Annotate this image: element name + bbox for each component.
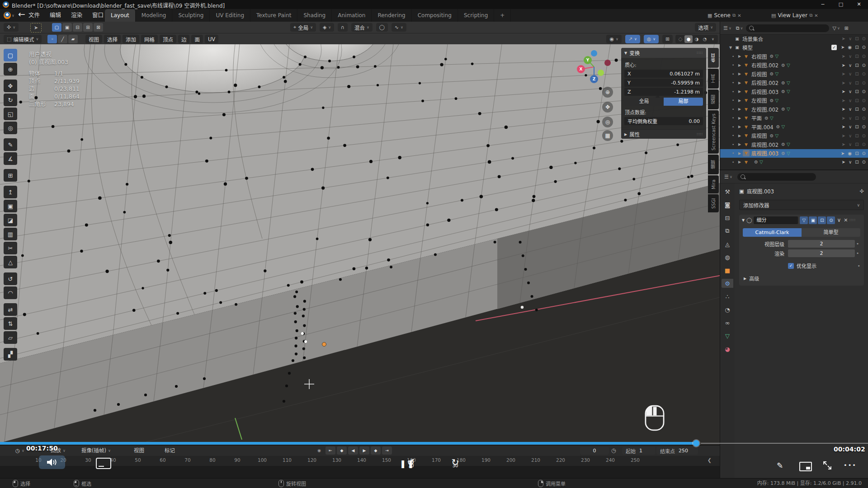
outliner-row-后视图.003[interactable]: •▶▼后视图.003⚙▽➤∨⊡⊙ — [720, 87, 868, 96]
properties-tab-particles[interactable]: ∴ — [722, 292, 733, 301]
outliner-row-右视图[interactable]: •▶▼右视图⚙▽➤∨⊡⊙ — [720, 52, 868, 61]
close-icon[interactable]: ✕ — [844, 217, 848, 223]
bevel-weight-field[interactable]: 平均倒角权重 0.00 — [624, 117, 703, 125]
disable-viewport-icon[interactable]: ⊡ — [855, 80, 859, 85]
hide-chevron-icon[interactable]: ∨ — [849, 89, 852, 94]
outliner-row-partial[interactable]: •▶▼⚙▽➤∨⊡⊙ — [720, 158, 868, 167]
hide-chevron-icon[interactable]: ∨ — [849, 54, 852, 59]
tool-select-box[interactable]: ▢ — [4, 49, 17, 61]
playback-record[interactable]: ◉ — [314, 446, 324, 455]
rendered-shading[interactable]: ◔ — [701, 35, 709, 43]
notes-button[interactable] — [96, 458, 111, 469]
modifier-toggle-edit-mode[interactable]: ▣ — [809, 216, 817, 224]
tool-add-cube[interactable]: ⊞ — [4, 169, 17, 182]
playback-jump-to-start[interactable]: ⇤ — [326, 446, 335, 455]
hide-chevron-icon[interactable]: ∨ — [849, 80, 852, 85]
modifier-toggle-on-cage[interactable]: ▽ — [800, 216, 808, 224]
expand-closed-icon[interactable]: ▶ — [736, 151, 743, 155]
disable-render-icon[interactable]: ⊙ — [862, 45, 866, 50]
disable-viewport-icon[interactable]: ⊡ — [855, 116, 859, 121]
back-button[interactable]: ← — [18, 9, 25, 19]
workspace-tab-Compositing[interactable]: Compositing — [412, 9, 458, 22]
hide-chevron-icon[interactable]: ∨ — [849, 160, 852, 164]
n-panel-tab-SSGI[interactable]: SSGI — [708, 194, 719, 212]
outliner-row-底视图.002[interactable]: •▶▼底视图.002⚙▽➤∨⊡⊙ — [720, 140, 868, 149]
selectable-arrow-icon[interactable]: ➤ — [841, 45, 844, 50]
pivot-dropdown[interactable]: ◈∨ — [320, 23, 334, 32]
frame-start-field[interactable]: 起始1 — [622, 447, 656, 455]
outliner-row-底视图.003[interactable]: •▶▼底视图.003⚙▽➤◉⊡⊙ — [720, 149, 868, 158]
properties-tab-output[interactable]: ⊟ — [722, 213, 733, 222]
annotate-button[interactable]: ✎ — [777, 461, 783, 470]
collapse-sidebar-icon[interactable]: ❮ — [708, 457, 712, 463]
playback-play[interactable]: ▶ — [359, 446, 369, 455]
viewport-menu-网格[interactable]: 网格 — [141, 35, 158, 43]
select-mode-0[interactable]: ▢ — [52, 23, 61, 32]
properties-tab-tool[interactable]: ⚒ — [722, 187, 733, 196]
expand-closed-icon[interactable]: ▶ — [736, 116, 743, 120]
panel-open-icon[interactable]: ▼ — [742, 218, 745, 222]
selectable-arrow-icon[interactable]: ➤ — [842, 63, 845, 68]
close-icon[interactable]: ✕ — [737, 13, 741, 18]
new-collection-button[interactable]: ⊞ — [843, 25, 850, 31]
duplicate-icon[interactable]: ⧉ — [732, 13, 736, 18]
expand-closed-icon[interactable]: ▶ — [736, 54, 743, 58]
wireframe-shading[interactable]: ◌ — [676, 35, 684, 43]
current-frame-field[interactable]: 0 — [580, 447, 609, 455]
hide-chevron-icon[interactable]: ∨ — [849, 71, 852, 76]
workspace-tab-Sculpting[interactable]: Sculpting — [172, 9, 210, 22]
proportional-falloff-dropdown[interactable]: ∿∨ — [392, 23, 406, 32]
disable-viewport-icon[interactable]: ⊡ — [855, 142, 859, 147]
expand-closed-icon[interactable]: ▶ — [736, 89, 743, 94]
n-panel-tab-Mira[interactable]: Mira — [708, 175, 719, 193]
shading-dropdown[interactable]: ∨ — [709, 35, 717, 43]
playback-next-keyframe[interactable]: ◆ — [371, 446, 381, 455]
tool-poly-build[interactable]: △ — [4, 256, 17, 268]
disable-viewport-icon[interactable]: ⊡ — [855, 124, 859, 129]
viewport-menu-视图[interactable]: 视图 — [85, 35, 102, 43]
workspace-tab-Rendering[interactable]: Rendering — [372, 9, 411, 22]
progress-knob[interactable] — [693, 440, 699, 446]
picture-in-picture-button[interactable] — [799, 462, 812, 471]
edge-select-mode[interactable]: ╱ — [58, 35, 67, 43]
workspace-tab-Texture Paint[interactable]: Texture Paint — [250, 9, 297, 22]
selectable-arrow-icon[interactable]: ➤ — [842, 54, 845, 59]
disable-viewport-icon[interactable]: ⊡ — [855, 63, 859, 68]
properties-tab-object[interactable]: ■ — [722, 266, 733, 275]
workspace-tab-Modeling[interactable]: Modeling — [136, 9, 173, 22]
vertex-select-mode[interactable]: ◦ — [47, 35, 57, 43]
duplicate-icon[interactable]: ⧉ — [809, 13, 812, 18]
properties-tab-physics[interactable]: ◔ — [722, 305, 733, 314]
view-layer-selector[interactable]: ▤ View Layer ⧉ ✕ — [771, 11, 818, 20]
tool-move[interactable]: ✥ — [4, 80, 17, 92]
timeline-menu-视图[interactable]: 视图 — [134, 446, 144, 456]
expand-closed-icon[interactable]: ▶ — [736, 107, 743, 111]
item-panel-header[interactable]: ▶ 属性 ∷∷ — [621, 129, 706, 139]
use-preview-range-icon[interactable]: ◷ — [611, 447, 616, 454]
viewport-menu-添加[interactable]: 添加 — [123, 35, 139, 43]
outliner-row-平面[interactable]: •▶▼平面⚙▽➤∨⊡⊙ — [720, 114, 868, 123]
close-icon[interactable]: ✕ — [814, 13, 818, 18]
selectable-arrow-icon[interactable]: ➤ — [842, 36, 845, 41]
tool-extrude-region[interactable]: ↥ — [4, 186, 17, 198]
expand-closed-icon[interactable]: ▶ — [736, 142, 743, 146]
blender-menu-button[interactable]: ∨ — [4, 11, 17, 19]
workspace-tab-Animation[interactable]: Animation — [332, 9, 372, 22]
outliner-row-右视图.002[interactable]: •▶▼右视图.002⚙▽➤∨⊡⊙ — [720, 61, 868, 70]
gizmos-toggle[interactable]: ↗∨ — [625, 35, 640, 43]
solid-shading[interactable]: ● — [684, 35, 693, 43]
properties-tab-modifiers[interactable]: ⚙ — [722, 279, 733, 288]
perspective-toggle-button[interactable]: ▦ — [602, 130, 613, 141]
tool-inset-faces[interactable]: ▣ — [4, 200, 17, 212]
tool-rip-region[interactable]: ▞ — [4, 348, 17, 361]
hide-chevron-icon[interactable]: ∨ — [849, 107, 852, 112]
selectable-arrow-icon[interactable]: ➤ — [841, 151, 844, 156]
tool-smooth[interactable]: ◠ — [4, 286, 17, 299]
tool-shrink-fatten[interactable]: ⇅ — [4, 317, 17, 330]
close-button[interactable]: ✕ — [850, 0, 868, 9]
selectable-arrow-icon[interactable]: ➤ — [842, 124, 845, 129]
properties-tab-scene[interactable]: ◬ — [722, 239, 733, 249]
camera-view-button[interactable]: ◎ — [602, 117, 613, 127]
overlays-toggle[interactable]: ◍∨ — [644, 35, 659, 43]
video-progress-bar[interactable] — [0, 441, 868, 445]
